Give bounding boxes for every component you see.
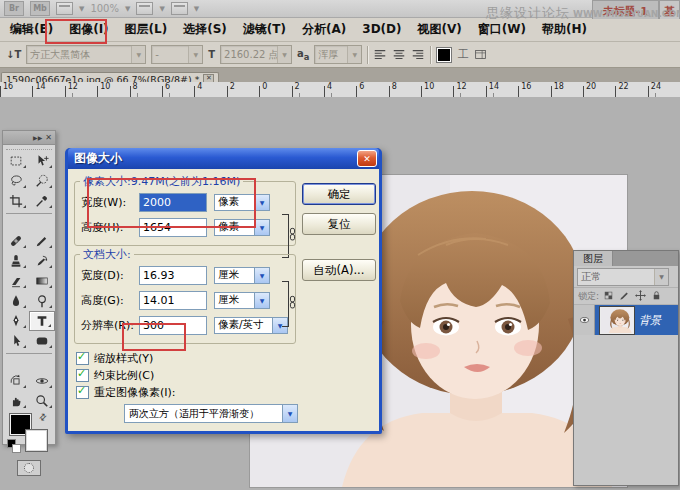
warp-text-icon[interactable]: 工	[457, 47, 468, 62]
bridge-icon[interactable]: Br	[4, 1, 24, 16]
screen-mode-icon[interactable]	[136, 2, 153, 15]
dialog-title-bar[interactable]: 图像大小 ✕	[68, 148, 379, 169]
font-size-select[interactable]: 2160.22 点▼	[220, 45, 292, 64]
eraser-tool[interactable]	[3, 271, 29, 291]
lock-all-icon[interactable]	[651, 290, 663, 302]
background-color-swatch[interactable]	[26, 430, 47, 451]
ruler-tick: 22	[615, 82, 647, 97]
reset-button[interactable]: 复位	[302, 213, 376, 235]
ruler-tick: 10	[97, 82, 129, 97]
type-tool[interactable]	[29, 311, 55, 331]
unit-select[interactable]: 像素/英寸 ▼	[214, 317, 288, 334]
value-input[interactable]: 14.01	[139, 291, 207, 310]
menu-item[interactable]: 选择(S)	[175, 18, 235, 41]
crop-tool[interactable]	[3, 191, 29, 211]
font-family-select[interactable]: 方正大黑简体▼	[26, 45, 146, 64]
pen-tool[interactable]	[3, 311, 29, 331]
menu-item[interactable]: 3D(D)	[354, 18, 409, 41]
default-colors-icon[interactable]	[7, 439, 21, 453]
tool-grid	[3, 150, 55, 411]
menu-item[interactable]: 分析(A)	[294, 18, 354, 41]
ruler-tick: 6	[356, 82, 388, 97]
blend-mode-select[interactable]: 正常 ▼	[577, 268, 669, 286]
blur-tool[interactable]	[3, 291, 29, 311]
font-style-select[interactable]: -▼	[151, 45, 203, 64]
ruler-tick: 8	[130, 82, 162, 97]
checkbox[interactable]	[76, 352, 89, 365]
tab-layers[interactable]: 图层	[574, 251, 613, 266]
checkbox-row[interactable]: 约束比例(C)	[76, 367, 296, 384]
clone-stamp-tool[interactable]	[3, 251, 29, 271]
collapse-panel-icon[interactable]: ▶▶	[33, 134, 42, 141]
ruler-tick: 24	[648, 82, 680, 97]
toggle-panels-icon[interactable]	[473, 48, 488, 61]
dropdown-arrow-icon: ▼	[254, 195, 269, 210]
document-canvas[interactable]: ▶▶ ✕	[0, 97, 680, 490]
close-panel-icon[interactable]: ✕	[45, 133, 52, 142]
gradient-tool[interactable]	[29, 271, 55, 291]
hand-tool[interactable]	[3, 391, 29, 411]
view-extras-icon[interactable]	[171, 2, 188, 15]
arrange-documents-icon[interactable]	[56, 2, 73, 15]
quick-selection-tool[interactable]	[29, 171, 55, 191]
text-color-swatch[interactable]	[436, 47, 452, 63]
anti-alias-select[interactable]: 浑厚▼	[314, 45, 362, 64]
resample-method-select[interactable]: 两次立方（适用于平滑渐变） ▼	[124, 404, 298, 423]
dodge-tool[interactable]	[29, 291, 55, 311]
chevron-down-icon: ▼	[159, 5, 164, 13]
value-input[interactable]: 16.93	[139, 266, 207, 285]
mini-bridge-icon[interactable]: Mb	[30, 1, 50, 16]
align-right-icon[interactable]	[411, 48, 425, 62]
align-left-icon[interactable]	[373, 48, 387, 62]
ok-button[interactable]: 确定	[302, 183, 376, 205]
rectangular-marquee-tool[interactable]	[3, 151, 29, 171]
lasso-tool[interactable]	[3, 171, 29, 191]
font-size-icon: T	[208, 49, 215, 60]
lock-image-pixels-icon[interactable]	[619, 290, 631, 302]
move-tool[interactable]	[29, 151, 55, 171]
unit-select[interactable]: 厘米 ▼	[214, 292, 270, 309]
3d-orbit-tool[interactable]	[29, 371, 55, 391]
dropdown-arrow-icon: ▼	[282, 405, 297, 422]
path-selection-tool[interactable]	[3, 331, 29, 351]
quick-mask-button[interactable]	[17, 460, 41, 476]
text-orientation-icon[interactable]: ↓T	[6, 49, 21, 60]
align-center-icon[interactable]	[392, 48, 406, 62]
ruler-tick: 16	[0, 82, 32, 97]
menu-item[interactable]: 滤镜(T)	[235, 18, 294, 41]
auto-button[interactable]: 自动(A)...	[302, 259, 376, 281]
zoom-tool[interactable]	[29, 391, 55, 411]
layer-visibility-toggle[interactable]	[574, 305, 595, 335]
ruler-tick: 20	[583, 82, 615, 97]
3d-rotate-tool[interactable]	[3, 371, 29, 391]
layer-thumbnail	[600, 307, 634, 334]
horizontal-ruler: 1614121086420246810121416182022242628	[0, 82, 680, 98]
layers-list: 背景	[574, 305, 678, 335]
menu-item[interactable]: 图层(L)	[117, 18, 176, 41]
tools-panel: ▶▶ ✕	[2, 130, 56, 445]
dropdown-arrow-icon: ▼	[254, 293, 269, 308]
lock-transparent-pixels-icon[interactable]	[603, 290, 615, 302]
zoom-level-control[interactable]: 100%	[90, 3, 119, 14]
healing-brush-tool[interactable]	[3, 231, 29, 251]
history-brush-tool[interactable]	[29, 251, 55, 271]
brush-tool[interactable]	[29, 231, 55, 251]
photoshop-window: Br Mb ▼ 100%▼ ▼ ▼ 思缘设计论坛 WWW.MISSYUAN.CO…	[0, 0, 680, 490]
ruler-tick: 12	[65, 82, 97, 97]
dialog-close-button[interactable]: ✕	[357, 150, 377, 167]
checkbox[interactable]	[76, 369, 89, 382]
lock-position-icon[interactable]	[635, 290, 647, 302]
unit-select[interactable]: 厘米 ▼	[214, 267, 270, 284]
shape-tool[interactable]	[29, 331, 55, 351]
layer-row[interactable]: 背景	[574, 305, 678, 335]
dropdown-arrow-icon: ▼	[254, 220, 269, 235]
ruler-tick: 16	[518, 82, 550, 97]
ruler-tick: 14	[486, 82, 518, 97]
swap-colors-icon[interactable]: ⇄	[37, 411, 49, 423]
checkbox[interactable]	[76, 386, 89, 399]
eyedropper-tool[interactable]	[29, 191, 55, 211]
chevron-down-icon: ▼	[131, 46, 145, 63]
checkbox-row[interactable]: 缩放样式(Y)	[76, 350, 296, 367]
checkbox-row[interactable]: 重定图像像素(I):	[76, 384, 296, 401]
menu-item[interactable]: 视图(V)	[410, 18, 470, 41]
